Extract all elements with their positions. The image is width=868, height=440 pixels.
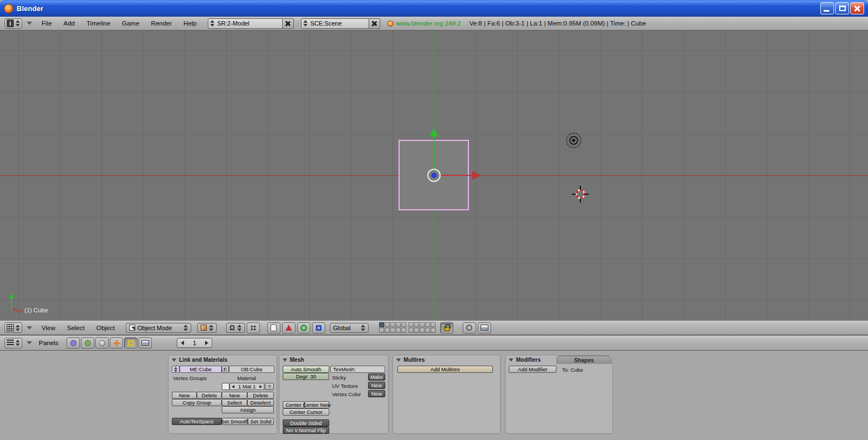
panel-header-link-materials[interactable]: Link and Materials <box>172 357 227 363</box>
material-delete-button[interactable]: Delete <box>247 392 274 399</box>
editing-context-button[interactable] <box>124 337 137 348</box>
menu-add[interactable]: Add <box>59 20 80 27</box>
panel-collapse-icon[interactable] <box>509 358 513 362</box>
proportional-edit-button[interactable] <box>463 322 476 333</box>
script-context-button[interactable] <box>81 337 94 348</box>
screen-selector[interactable]: SR:2-Model <box>208 18 283 29</box>
tab-shapes[interactable]: Shapes <box>556 356 611 364</box>
object-name-field[interactable]: OB:Cube <box>229 366 274 373</box>
double-sided-toggle[interactable]: Double Sided <box>283 419 329 427</box>
material-index-field[interactable]: 1 Mat 1 <box>229 383 264 390</box>
object-context-button[interactable] <box>110 337 123 348</box>
frame-decrement-icon[interactable] <box>181 341 184 345</box>
maximize-button[interactable] <box>835 2 849 14</box>
translate-manipulator-button[interactable] <box>282 322 295 333</box>
render-preview-button[interactable] <box>478 322 491 333</box>
rotate-manipulator-button[interactable] <box>297 322 310 333</box>
material-next-icon[interactable] <box>259 385 262 388</box>
assign-button[interactable]: Assign <box>222 406 274 413</box>
scene-delete-button[interactable] <box>369 18 380 29</box>
layer-button[interactable] <box>379 322 384 327</box>
layer-button[interactable] <box>431 322 436 327</box>
frame-number-field[interactable]: 1 <box>177 338 212 348</box>
menu-object[interactable]: Object <box>91 325 120 331</box>
move-centers-button[interactable] <box>247 322 260 333</box>
add-multires-button[interactable]: Add Multires <box>397 366 493 373</box>
viewport-3d[interactable]: x (1) Cube <box>0 31 868 320</box>
set-solid-button[interactable]: Set Solid <box>248 418 274 425</box>
editor-type-selector[interactable]: i <box>4 18 22 29</box>
uv-texture-new-button[interactable]: New <box>368 382 385 389</box>
menu-collapse-icon[interactable] <box>27 22 32 25</box>
select-button[interactable]: Select <box>222 399 247 406</box>
menu-file[interactable]: File <box>37 20 57 27</box>
draw-type-dropdown[interactable] <box>197 323 217 333</box>
buttons-editor-type-selector[interactable] <box>4 338 22 348</box>
layer-button[interactable] <box>396 328 401 333</box>
layer-button[interactable] <box>401 328 406 333</box>
manipulator-toggle-button[interactable] <box>267 322 280 333</box>
vertex-color-new-button[interactable]: New <box>368 390 385 397</box>
sticky-make-button[interactable]: Make <box>368 373 385 381</box>
layer-button[interactable] <box>431 328 436 333</box>
shading-context-button[interactable] <box>95 337 109 348</box>
vertex-group-delete-button[interactable]: Delete <box>197 392 222 399</box>
menu-timeline[interactable]: Timeline <box>81 20 115 27</box>
orientation-dropdown[interactable]: Global <box>330 323 369 333</box>
texmesh-field[interactable]: TexMesh: <box>330 366 385 373</box>
set-smooth-button[interactable]: Set Smooth <box>222 418 248 425</box>
layer-button[interactable] <box>396 322 401 327</box>
layer-button[interactable] <box>414 322 419 327</box>
screen-delete-button[interactable] <box>283 18 294 29</box>
pivot-dropdown[interactable]: Ω <box>226 323 245 333</box>
material-color-swatch[interactable] <box>222 383 229 390</box>
layer-button[interactable] <box>409 328 413 333</box>
degr-slider[interactable]: Degr: 30 <box>283 373 329 380</box>
no-vnormal-flip-toggle[interactable]: No V.Normal Flip <box>283 427 329 434</box>
panel-collapse-icon[interactable] <box>172 358 176 362</box>
autotexspace-button[interactable]: AutoTexSpace <box>172 418 222 425</box>
menu-game[interactable]: Game <box>117 20 144 27</box>
menu-view[interactable]: View <box>37 325 60 331</box>
layer-button[interactable] <box>390 328 395 333</box>
layer-button[interactable] <box>414 328 419 333</box>
layer-button[interactable] <box>425 322 430 327</box>
menu-render[interactable]: Render <box>146 20 177 27</box>
tab-modifiers[interactable]: Modifiers <box>509 357 540 363</box>
layer-button[interactable] <box>385 322 390 327</box>
fake-user-button[interactable]: F <box>222 366 229 373</box>
menu-help[interactable]: Help <box>178 20 202 27</box>
auto-smooth-toggle[interactable]: Auto Smooth <box>283 366 329 373</box>
view3d-menu-collapse-icon[interactable] <box>27 326 32 330</box>
mesh-name-field[interactable]: ME:Cube <box>180 366 222 373</box>
vertex-group-new-button[interactable]: New <box>172 392 197 399</box>
lock-layers-button[interactable] <box>440 322 453 333</box>
layer-button[interactable] <box>420 328 425 333</box>
center-new-button[interactable]: Center New <box>304 401 329 408</box>
logic-context-button[interactable] <box>67 337 80 348</box>
panel-collapse-icon[interactable] <box>283 358 287 362</box>
center-cursor-button[interactable]: Center Cursor <box>283 408 329 416</box>
center-button[interactable]: Center <box>283 401 304 408</box>
layer-button[interactable] <box>409 322 413 327</box>
copy-group-button[interactable]: Copy Group <box>172 399 222 406</box>
lamp-object[interactable] <box>566 133 581 148</box>
translate-gizmo-x-arrow[interactable] <box>472 171 481 180</box>
layer-button[interactable] <box>420 322 425 327</box>
material-help-button[interactable]: ? <box>265 383 274 390</box>
view3d-editor-type-selector[interactable] <box>4 322 22 333</box>
minimize-button[interactable] <box>820 2 834 14</box>
panel-collapse-icon[interactable] <box>396 358 401 362</box>
material-prev-icon[interactable] <box>232 385 234 388</box>
layer-button[interactable] <box>401 322 406 327</box>
menu-select[interactable]: Select <box>62 325 90 331</box>
layer-button[interactable] <box>390 322 395 327</box>
window-titlebar[interactable]: Blender <box>0 0 868 17</box>
frame-increment-icon[interactable] <box>205 341 208 345</box>
panel-header-mesh[interactable]: Mesh <box>283 357 304 363</box>
layer-button[interactable] <box>379 328 384 333</box>
mode-dropdown[interactable]: Object Mode <box>126 323 191 333</box>
close-button[interactable] <box>850 2 864 14</box>
add-modifier-button[interactable]: Add Modifier <box>509 366 556 373</box>
translate-gizmo-z-arrow[interactable] <box>430 128 438 136</box>
